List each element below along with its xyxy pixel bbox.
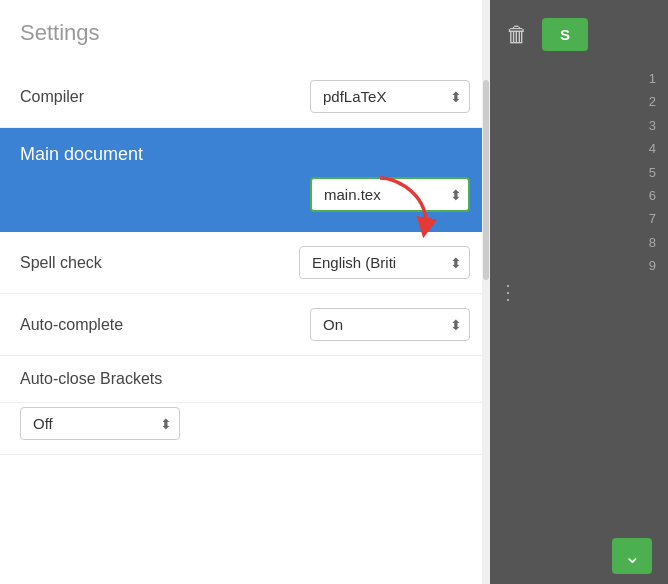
trash-icon[interactable]: 🗑: [506, 22, 528, 48]
chevron-down-button[interactable]: ⌄: [612, 538, 652, 574]
main-document-select[interactable]: main.tex: [310, 177, 470, 212]
line-number-9: 9: [502, 254, 656, 277]
line-number-1: 1: [502, 67, 656, 90]
settings-panel: Settings Compiler pdfLaTeX LaTeX XeLaTeX…: [0, 0, 490, 584]
save-button[interactable]: S: [542, 18, 588, 51]
chevron-down-icon: ⌄: [624, 544, 641, 568]
line-number-5: 5: [502, 161, 656, 184]
auto-complete-select-wrapper: On Off: [310, 308, 470, 341]
line-number-7: 7: [502, 207, 656, 230]
compiler-select-wrapper: pdfLaTeX LaTeX XeLaTeX LuaLaTeX: [310, 80, 470, 113]
line-number-6: 6: [502, 184, 656, 207]
dots-menu[interactable]: ⋮: [498, 280, 518, 304]
auto-close-brackets-select[interactable]: Off On: [20, 407, 180, 440]
spell-check-label: Spell check: [20, 254, 102, 272]
scrollbar[interactable]: [482, 0, 490, 584]
right-panel-toolbar: 🗑 S: [490, 10, 668, 59]
main-document-row: Main document main.tex: [0, 128, 490, 232]
line-numbers: 1 2 3 4 5 6 7 8 9: [490, 59, 668, 286]
line-number-8: 8: [502, 231, 656, 254]
main-document-label: Main document: [20, 144, 143, 165]
right-panel: 🗑 S 1 2 3 4 5 6 7 8 9 ⋮ ⌄: [490, 0, 668, 584]
scrollbar-thumb: [483, 80, 489, 280]
auto-complete-label: Auto-complete: [20, 316, 123, 334]
auto-complete-select[interactable]: On Off: [310, 308, 470, 341]
compiler-row: Compiler pdfLaTeX LaTeX XeLaTeX LuaLaTeX: [0, 66, 490, 128]
main-document-select-wrapper: main.tex: [310, 177, 470, 212]
line-number-3: 3: [502, 114, 656, 137]
compiler-select[interactable]: pdfLaTeX LaTeX XeLaTeX LuaLaTeX: [310, 80, 470, 113]
auto-close-brackets-select-row: Off On: [0, 403, 490, 455]
spell-check-select-wrapper: English (Briti English (American) None: [299, 246, 470, 279]
compiler-label: Compiler: [20, 88, 84, 106]
line-number-2: 2: [502, 90, 656, 113]
auto-complete-row: Auto-complete On Off: [0, 294, 490, 356]
line-number-4: 4: [502, 137, 656, 160]
settings-title: Settings: [0, 20, 490, 66]
auto-close-brackets-label: Auto-close Brackets: [20, 370, 162, 388]
spell-check-row: Spell check English (Briti English (Amer…: [0, 232, 490, 294]
auto-close-brackets-row: Auto-close Brackets: [0, 356, 490, 403]
auto-close-brackets-select-wrapper: Off On: [20, 407, 180, 440]
spell-check-select[interactable]: English (Briti English (American) None: [299, 246, 470, 279]
